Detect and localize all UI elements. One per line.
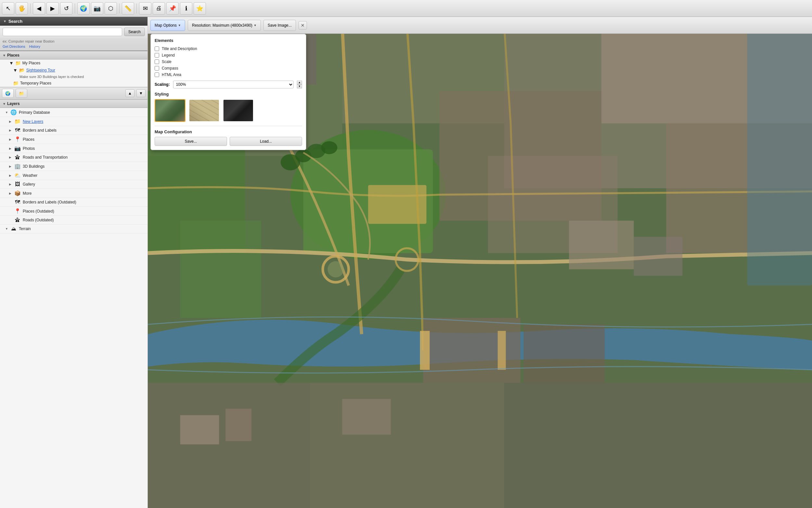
- layers-section-header[interactable]: ▼ Layers: [0, 99, 147, 108]
- scale-label[interactable]: Scale: [162, 59, 172, 64]
- layer-item-new-layers[interactable]: ▶ 📁 New Layers: [0, 117, 147, 126]
- config-buttons: Save... Load...: [155, 137, 302, 146]
- temporary-places-item[interactable]: 📁 Temporary Places: [0, 80, 147, 87]
- toolbar-print-btn[interactable]: 🖨: [153, 2, 165, 15]
- map-options-button[interactable]: Map Options ▼: [150, 20, 185, 31]
- toolbar-info-btn[interactable]: ℹ: [180, 2, 192, 15]
- my-places-arrow-icon: ▼: [9, 60, 14, 66]
- toolbar-separator-1: [30, 4, 31, 13]
- html-area-checkbox[interactable]: [155, 73, 159, 77]
- map-toolbar: Map Options ▼ Resolution: Maximum (4800x…: [148, 17, 812, 34]
- photos-arrow-icon: ▶: [9, 147, 12, 150]
- svg-rect-8: [180, 221, 261, 318]
- places-layer-icon: 📍: [14, 136, 21, 142]
- search-button[interactable]: Search: [124, 28, 145, 36]
- layer-item-roads-outdated[interactable]: ▶ 🛣 Roads (Outdated): [0, 216, 147, 224]
- resolution-button[interactable]: Resolution: Maximum (4800x3490) ▼: [188, 20, 261, 31]
- map-config-title: Map Configuration: [155, 129, 302, 134]
- elements-section-title: Elements: [155, 38, 302, 43]
- svg-point-17: [328, 261, 344, 278]
- map-config-section: Map Configuration Save... Load...: [155, 126, 302, 146]
- html-area-label[interactable]: HTML Area: [162, 73, 181, 77]
- places-folder-tab[interactable]: 📁: [15, 89, 27, 98]
- svg-rect-36: [497, 331, 506, 370]
- save-image-button[interactable]: Save Image...: [264, 20, 296, 31]
- borders-arrow-icon: ▶: [9, 129, 12, 132]
- legend-checkbox[interactable]: [155, 53, 159, 57]
- get-directions-link[interactable]: Get Directions: [3, 45, 25, 48]
- toolbar-earth-btn[interactable]: 🌍: [77, 2, 90, 15]
- layer-item-terrain[interactable]: ▼ ⛰ Terrain: [0, 224, 147, 234]
- map-toolbar-close-btn[interactable]: ✕: [298, 21, 307, 30]
- weather-icon: ⛅: [14, 172, 21, 178]
- search-title-bar[interactable]: ▼ Search: [0, 17, 147, 26]
- toolbar-polygon-btn[interactable]: ⬡: [105, 2, 117, 15]
- toolbar-cursor-btn[interactable]: ↖: [2, 2, 14, 15]
- layer-item-borders-outdated[interactable]: ▶ 🗺 Borders and Labels (Outdated): [0, 198, 147, 207]
- layer-item-photos[interactable]: ▶ 📷 Photos: [0, 144, 147, 153]
- compass-label[interactable]: Compass: [162, 66, 178, 71]
- layer-item-primary-db[interactable]: ▼ 🌐 Primary Database: [0, 108, 147, 117]
- sightseeing-label[interactable]: Sightseeing Tour: [26, 68, 55, 73]
- layer-item-places[interactable]: ▶ 📍 Places: [0, 135, 147, 144]
- style-thumb-satellite[interactable]: [155, 99, 185, 122]
- svg-rect-23: [310, 383, 505, 508]
- layer-item-3d-buildings[interactable]: ▶ 🏢 3D Buildings: [0, 162, 147, 171]
- history-link[interactable]: History: [29, 45, 40, 48]
- places-down-btn[interactable]: ▼: [136, 89, 145, 97]
- weather-label: Weather: [23, 173, 145, 178]
- toolbar-back-btn[interactable]: ◀: [33, 2, 45, 15]
- scaling-select[interactable]: 100% 75% 50% 150%: [173, 81, 294, 88]
- scaling-up-btn[interactable]: ▲: [297, 81, 302, 85]
- scaling-label: Scaling:: [155, 82, 170, 87]
- title-description-checkbox[interactable]: [155, 46, 159, 51]
- scaling-down-btn[interactable]: ▼: [297, 85, 302, 88]
- style-thumb-map[interactable]: [189, 99, 220, 122]
- places-globe-tab[interactable]: 🌍: [2, 89, 14, 98]
- places-section-header[interactable]: ▼ Places: [0, 51, 147, 59]
- scale-checkbox[interactable]: [155, 59, 159, 64]
- new-layers-label[interactable]: New Layers: [23, 119, 145, 124]
- map-container[interactable]: Elements Title and Description Legend Sc…: [148, 34, 812, 508]
- svg-rect-38: [634, 237, 682, 276]
- layer-item-weather[interactable]: ▶ ⛅ Weather: [0, 171, 147, 180]
- toolbar-ruler-btn[interactable]: 📏: [122, 2, 134, 15]
- legend-label[interactable]: Legend: [162, 53, 175, 57]
- resolution-dropdown-icon: ▼: [254, 24, 256, 27]
- photos-label: Photos: [23, 146, 145, 151]
- style-thumbnails: [155, 99, 302, 122]
- roads-outdated-label: Roads (Outdated): [23, 218, 145, 222]
- layer-item-more[interactable]: ▶ 📦 More: [0, 189, 147, 198]
- map-options-label: Map Options: [155, 23, 177, 28]
- toolbar-pin-btn[interactable]: 📌: [166, 2, 179, 15]
- compass-checkbox[interactable]: [155, 66, 159, 71]
- roads-icon: 🛣: [14, 155, 21, 160]
- primary-db-label: Primary Database: [19, 110, 145, 115]
- config-load-btn[interactable]: Load...: [230, 137, 302, 146]
- scaling-row: Scaling: 100% 75% 50% 150% ▲ ▼: [155, 81, 302, 88]
- 3d-buildings-label: 3D Buildings: [23, 164, 145, 169]
- layer-item-gallery[interactable]: ▶ 🖼 Gallery: [0, 180, 147, 189]
- borders-outdated-label: Borders and Labels (Outdated): [23, 200, 145, 204]
- toolbar-forward-btn[interactable]: ▶: [46, 2, 59, 15]
- toolbar-photo-btn[interactable]: 📷: [91, 2, 103, 15]
- svg-rect-27: [342, 399, 391, 435]
- toolbar-star-btn[interactable]: ⭐: [194, 2, 206, 15]
- toolbar-email-btn[interactable]: ✉: [139, 2, 151, 15]
- toolbar-hand-btn[interactable]: 🖐: [15, 2, 28, 15]
- more-arrow-icon: ▶: [9, 192, 12, 195]
- my-places-item[interactable]: ▼ 📁 My Places: [0, 59, 147, 67]
- title-description-label[interactable]: Title and Description: [162, 46, 197, 51]
- sightseeing-tour-item[interactable]: ▼ 📂 Sightseeing Tour: [0, 67, 147, 74]
- style-thumb-dark[interactable]: [223, 99, 254, 122]
- roads-outdated-icon: 🛣: [14, 217, 21, 223]
- search-input[interactable]: [3, 28, 122, 36]
- config-save-btn[interactable]: Save...: [155, 137, 227, 146]
- more-icon: 📦: [14, 190, 21, 196]
- layer-item-roads[interactable]: ▶ 🛣 Roads and Transportation: [0, 153, 147, 162]
- borders-outdated-icon: 🗺: [14, 199, 21, 205]
- layer-item-places-outdated[interactable]: ▶ 📍 Places (Outdated): [0, 207, 147, 216]
- layer-item-borders-labels[interactable]: ▶ 🗺 Borders and Labels: [0, 126, 147, 135]
- places-up-btn[interactable]: ▲: [125, 89, 135, 97]
- toolbar-refresh-btn[interactable]: ↺: [60, 2, 73, 15]
